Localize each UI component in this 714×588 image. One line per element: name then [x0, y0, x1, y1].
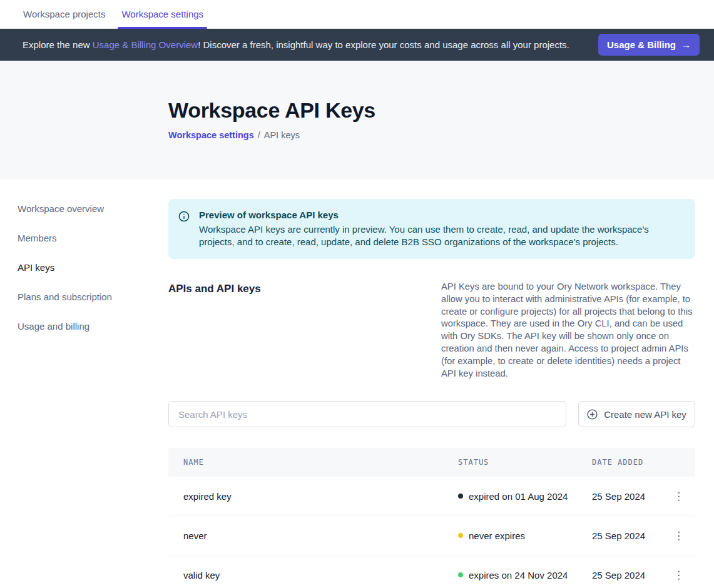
- arrow-right-icon: →: [681, 39, 691, 50]
- table-row: valid key expires on 24 Nov 2024 25 Sep …: [168, 555, 695, 588]
- banner-text-before: Explore the new: [23, 39, 93, 50]
- sidebar-item-usage-billing[interactable]: Usage and billing: [18, 318, 168, 335]
- create-api-key-button[interactable]: Create new API key: [578, 401, 695, 427]
- active-tab-underline: [118, 27, 207, 29]
- settings-sidebar: Workspace overview Members API keys Plan…: [0, 180, 168, 588]
- status-text: expired on 01 Aug 2024: [469, 491, 568, 502]
- section-description: API Keys are bound to your Ory Network w…: [441, 281, 695, 380]
- column-header-date-added: DATE ADDED: [592, 458, 669, 467]
- usage-billing-button[interactable]: Usage & Billing →: [598, 34, 700, 56]
- api-keys-toolbar: Create new API key: [168, 401, 695, 427]
- table-header: NAME STATUS DATE ADDED: [168, 448, 695, 477]
- tab-label: Workspace settings: [121, 9, 203, 19]
- top-navigation: Workspace projects Workspace settings: [0, 0, 714, 29]
- callout-body: Workspace API keys are currently in prev…: [199, 223, 680, 248]
- column-header-status: STATUS: [458, 458, 592, 467]
- api-key-status: expired on 01 Aug 2024: [458, 491, 592, 502]
- api-key-status: expires on 24 Nov 2024: [458, 570, 592, 580]
- api-key-name: expired key: [183, 491, 458, 502]
- usage-billing-button-label: Usage & Billing: [607, 39, 676, 50]
- api-keys-table: NAME STATUS DATE ADDED expired key expir…: [168, 448, 695, 588]
- row-actions-kebab-icon[interactable]: ⋮: [670, 489, 688, 504]
- create-api-key-label: Create new API key: [604, 409, 686, 420]
- status-dot-icon: [458, 494, 463, 499]
- announcement-banner: Explore the new Usage & Billing Overview…: [0, 29, 714, 61]
- tab-workspace-settings[interactable]: Workspace settings: [118, 0, 207, 28]
- table-row: never never expires 25 Sep 2024 ⋮: [168, 516, 695, 555]
- tab-label: Workspace projects: [23, 9, 105, 19]
- date-added: 25 Sep 2024: [592, 491, 669, 502]
- callout-text: Preview of workspace API keys Workspace …: [199, 210, 680, 248]
- breadcrumb-current: API keys: [264, 130, 300, 140]
- table-row: expired key expired on 01 Aug 2024 25 Se…: [168, 477, 695, 516]
- date-added: 25 Sep 2024: [592, 530, 669, 541]
- status-dot-icon: [458, 533, 463, 538]
- sidebar-item-workspace-overview[interactable]: Workspace overview: [18, 200, 168, 217]
- status-dot-icon: [458, 572, 463, 577]
- preview-callout: Preview of workspace API keys Workspace …: [168, 199, 695, 259]
- page-header: Workspace API Keys Workspace settings/AP…: [0, 61, 714, 180]
- section-title: APIs and API keys: [168, 281, 261, 380]
- plus-circle-icon: [587, 409, 598, 420]
- banner-message: Explore the new Usage & Billing Overview…: [23, 39, 598, 50]
- banner-text-after: ! Discover a fresh, insightful way to ex…: [198, 39, 569, 50]
- content-area: Preview of workspace API keys Workspace …: [168, 180, 695, 588]
- status-text: expires on 24 Nov 2024: [469, 570, 568, 580]
- breadcrumb-separator: /: [258, 130, 260, 140]
- api-key-name: never: [183, 530, 458, 541]
- breadcrumb-workspace-settings-link[interactable]: Workspace settings: [168, 130, 254, 140]
- apis-section: APIs and API keys API Keys are bound to …: [168, 281, 695, 380]
- sidebar-item-plans-subscription[interactable]: Plans and subscription: [18, 288, 168, 305]
- sidebar-item-members[interactable]: Members: [18, 230, 168, 246]
- api-key-name: valid key: [183, 570, 458, 580]
- sidebar-item-api-keys[interactable]: API keys: [18, 259, 168, 276]
- page-title: Workspace API Keys: [168, 61, 714, 123]
- breadcrumb: Workspace settings/API keys: [168, 130, 714, 140]
- callout-title: Preview of workspace API keys: [199, 210, 680, 220]
- column-header-name: NAME: [183, 458, 458, 467]
- main-layout: Workspace overview Members API keys Plan…: [0, 180, 714, 588]
- tab-workspace-projects[interactable]: Workspace projects: [19, 0, 109, 28]
- api-key-status: never expires: [458, 530, 592, 541]
- row-actions-kebab-icon[interactable]: ⋮: [670, 567, 688, 583]
- status-text: never expires: [469, 530, 525, 541]
- date-added: 25 Sep 2024: [592, 570, 669, 580]
- row-actions-kebab-icon[interactable]: ⋮: [670, 528, 688, 544]
- info-icon: [178, 211, 190, 248]
- search-input[interactable]: [168, 401, 566, 427]
- usage-billing-overview-link[interactable]: Usage & Billing Overview: [93, 39, 198, 50]
